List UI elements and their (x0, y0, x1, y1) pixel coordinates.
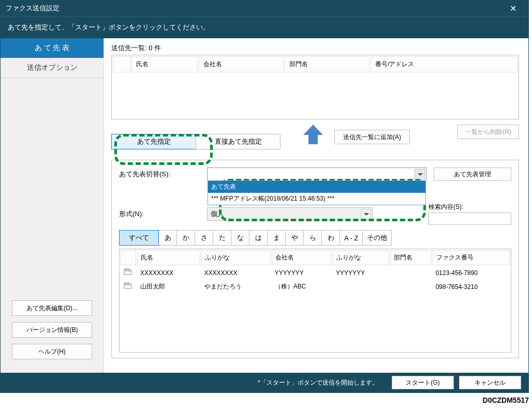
chevron-down-icon[interactable] (361, 209, 371, 219)
fax-icon (124, 282, 132, 290)
ab-col-dept[interactable]: 部門名 (390, 250, 432, 265)
chevron-down-icon[interactable] (415, 169, 425, 179)
kana-filter-wa[interactable]: わ (321, 230, 340, 246)
kana-filter-ka[interactable]: か (176, 230, 195, 246)
col-company[interactable]: 会社名 (199, 56, 284, 72)
svg-point-3 (129, 271, 130, 272)
edit-addressbook-button[interactable]: あて先表編集(D)... (12, 300, 92, 316)
svg-point-6 (129, 285, 130, 286)
col-name[interactable]: 氏名 (131, 56, 198, 72)
col-address[interactable]: 番号/アドレス (371, 56, 518, 72)
kana-filter-ta[interactable]: た (213, 230, 231, 246)
kana-filter-ma[interactable]: ま (267, 230, 286, 246)
direct-mode-button[interactable]: 直接あて先指定 (196, 134, 280, 149)
destination-list-table: 氏名 会社名 部門名 番号/アドレス (111, 55, 519, 119)
table-row[interactable]: XXXXXXXX XXXXXXXX YYYYYYY YYYYYYY 0123-4… (121, 266, 510, 279)
dropdown-option-mfp[interactable]: *** MFPアドレス帳(2018/06/21 15:46:53) *** (208, 193, 425, 205)
ab-col-fax[interactable]: ファクス番号 (433, 250, 510, 265)
tab-send-options[interactable]: 送信オプション (1, 58, 104, 78)
format-label: 形式(N): (119, 209, 207, 219)
add-to-list-button[interactable]: 送信先一覧に追加(A) (334, 130, 410, 144)
arrow-up-icon (301, 123, 325, 146)
kana-filter-na[interactable]: な (231, 230, 249, 246)
addressbook-table[interactable]: 氏名 ふりがな 会社名 ふりがな 部門名 ファクス番号 XXXXXXXX XXX… (119, 249, 511, 353)
footer-note: *「スタート」ボタンで送信を開始します。 (258, 378, 378, 387)
ab-col-company[interactable]: 会社名 (272, 250, 332, 265)
table-row[interactable]: 山田太郎 やまだたろう （株）ABC 098-7654-3210 (121, 280, 510, 293)
ab-col-company-furigana[interactable]: ふりがな (333, 250, 389, 265)
close-icon[interactable]: ✕ (503, 4, 523, 13)
dropdown-option-addressbook[interactable]: あて先表 (208, 181, 425, 193)
kana-filter-ra[interactable]: ら (303, 230, 322, 246)
col-dept[interactable]: 部門名 (285, 56, 370, 72)
document-id: D0CZDM5517 (0, 393, 532, 404)
addressbook-select[interactable]: あて先表 *** MFPアドレス帳(2018/06/21 15:46:53) *… (207, 168, 426, 181)
cancel-button[interactable]: キャンセル (459, 376, 521, 389)
kana-filter-all[interactable]: すべて (119, 230, 159, 246)
switch-addressbook-label: あて先表切替(S): (119, 170, 207, 179)
ab-col-furigana[interactable]: ふりがな (201, 250, 271, 265)
search-input[interactable] (428, 212, 511, 225)
destination-list-label: 送信先一覧: 0 件 (111, 43, 519, 53)
version-info-button[interactable]: バージョン情報(B) (12, 322, 92, 338)
addressbook-mode-button[interactable]: あて先指定 (111, 134, 196, 149)
remove-from-list-button[interactable]: 一覧から削除(R) (457, 125, 519, 139)
format-select[interactable]: 個人 (207, 207, 373, 221)
kana-filter-a[interactable]: あ (158, 230, 177, 246)
window-title: ファクス送信設定 (6, 4, 503, 13)
instruction-text: あて先を指定して、「スタート」ボタンをクリックしてください。 (1, 16, 528, 38)
kana-filter-az[interactable]: A - Z (339, 230, 363, 246)
ab-col-name[interactable]: 氏名 (137, 250, 200, 265)
kana-filter-ya[interactable]: や (285, 230, 304, 246)
search-label: 検索内容(S): (428, 203, 511, 211)
help-button[interactable]: ヘルプ(H) (12, 344, 92, 359)
kana-filter-other[interactable]: その他 (362, 230, 392, 246)
kana-filter-ha[interactable]: は (249, 230, 268, 246)
manage-addressbook-button[interactable]: あて先表管理 (434, 168, 511, 181)
start-button[interactable]: スタート(G) (392, 376, 454, 389)
fax-icon (124, 268, 132, 276)
kana-filter-sa[interactable]: さ (195, 230, 213, 246)
tab-destination[interactable]: あ て 先 表 (1, 38, 104, 58)
svg-marker-0 (303, 125, 323, 144)
col-icon (113, 56, 130, 72)
